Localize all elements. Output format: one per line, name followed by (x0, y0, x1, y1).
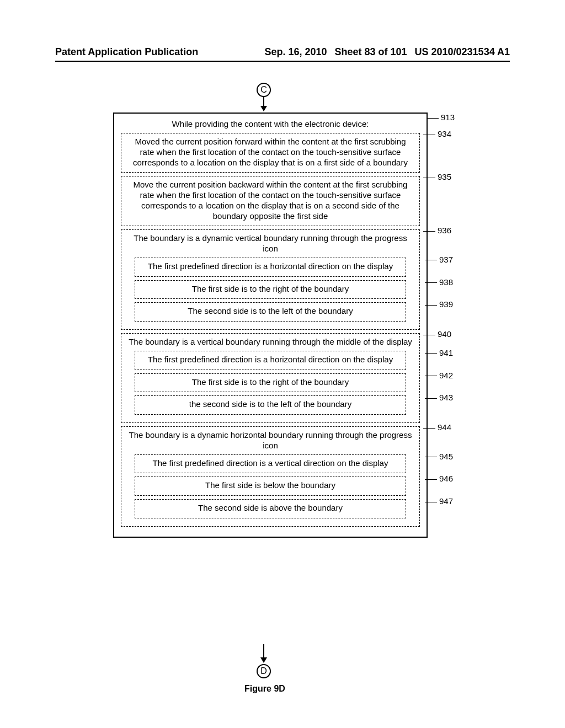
arrow-line-top (263, 96, 264, 107)
ref-943: 943 (425, 393, 453, 402)
box-936: 936 The boundary is a dynamic vertical b… (121, 229, 420, 330)
figure-area: C 913 While providing the content with t… (113, 88, 452, 538)
box-942: 942 The first side is to the right of th… (135, 373, 406, 393)
ref-946: 946 (425, 474, 453, 483)
figure-caption: Figure 9D (113, 684, 417, 694)
header-date: Sep. 16, 2010 (264, 46, 327, 58)
outer-box-913: While providing the content with the ele… (113, 113, 428, 538)
box-947: 947 The second side is above the boundar… (135, 499, 406, 518)
text-944: The boundary is a dynamic horizontal bou… (127, 430, 414, 451)
ref-940: 940 (423, 329, 451, 339)
text-945: The first predefined direction is a vert… (141, 458, 400, 469)
connector-c: C (257, 83, 271, 97)
text-940: The boundary is a vertical boundary runn… (127, 337, 414, 347)
box-944: 944 The boundary is a dynamic horizontal… (121, 426, 420, 527)
text-946: The first side is below the boundary (141, 480, 400, 491)
outer-title: While providing the content with the ele… (119, 119, 422, 129)
text-936: The boundary is a dynamic vertical bound… (127, 233, 414, 254)
arrow-down-icon (260, 657, 267, 663)
ref-913: 913 (427, 113, 455, 122)
text-937: The first predefined direction is a hori… (141, 261, 400, 272)
arrow-line-bottom (263, 644, 264, 659)
text-942: The first side is to the right of the bo… (141, 377, 400, 388)
header-separator (55, 61, 510, 62)
text-943: the second side is to the left of the bo… (141, 399, 400, 410)
box-941: 941 The first predefined direction is a … (135, 351, 406, 370)
box-946: 946 The first side is below the boundary (135, 477, 406, 496)
text-941: The first predefined direction is a hori… (141, 355, 400, 365)
box-939: 939 The second side is to the left of th… (135, 302, 406, 322)
box-937: 937 The first predefined direction is a … (135, 258, 406, 277)
page-header: Patent Application Publication Sep. 16, … (0, 46, 565, 58)
text-939: The second side is to the left of the bo… (141, 306, 400, 317)
connector-d: D (257, 664, 271, 678)
ref-936: 936 (423, 226, 451, 235)
ref-939: 939 (425, 299, 453, 309)
arrow-down-icon (260, 106, 267, 111)
header-pubno: US 2010/0231534 A1 (415, 46, 510, 58)
box-940: 940 The boundary is a vertical boundary … (121, 333, 420, 423)
box-945: 945 The first predefined direction is a … (135, 454, 406, 474)
ref-941: 941 (425, 348, 453, 357)
header-right: Sep. 16, 2010 Sheet 83 of 101 US 2010/02… (264, 46, 510, 58)
ref-944: 944 (423, 422, 451, 432)
ref-937: 937 (425, 255, 453, 264)
box-935: 935 Move the current position backward w… (121, 176, 420, 226)
ref-934: 934 (423, 129, 451, 138)
ref-945: 945 (425, 452, 453, 461)
header-sheet: Sheet 83 of 101 (334, 46, 407, 58)
text-935: Move the current position backward withi… (127, 180, 414, 221)
header-left: Patent Application Publication (55, 46, 198, 58)
box-934: 934 Moved the current position forward w… (121, 133, 420, 173)
box-943: 943 the second side is to the left of th… (135, 395, 406, 415)
text-934: Moved the current position forward withi… (127, 137, 414, 168)
ref-938: 938 (425, 277, 453, 287)
ref-942: 942 (425, 371, 453, 380)
ref-935: 935 (423, 172, 451, 181)
text-938: The first side is to the right of the bo… (141, 284, 400, 295)
ref-947: 947 (425, 496, 453, 506)
text-947: The second side is above the boundary (141, 503, 400, 513)
box-938: 938 The first side is to the right of th… (135, 280, 406, 299)
